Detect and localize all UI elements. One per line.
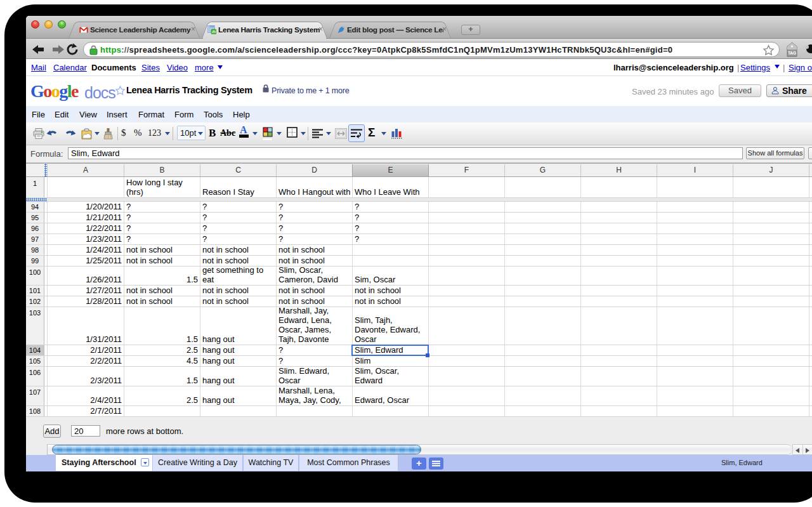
svg-text:TAG: TAG xyxy=(788,51,796,55)
